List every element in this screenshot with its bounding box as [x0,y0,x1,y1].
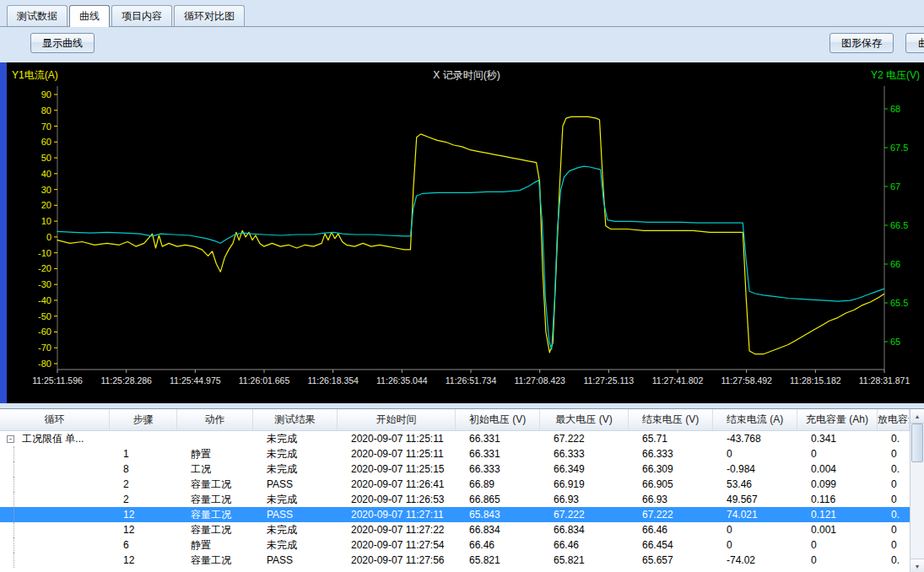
table-cell: 0.004 [797,461,878,477]
table-cell: 65.843 [456,507,540,522]
table-cell: 2020-09-07 11:27:54 [338,537,456,553]
tab-test-data[interactable]: 测试数据 [7,5,68,26]
table-cell: 0 [713,522,797,537]
column-header-7[interactable]: 最大电压 (V) [540,409,629,430]
clipped-edge-button[interactable]: 曲 [905,33,924,53]
table-cell: 66.834 [540,522,629,537]
svg-text:-10: -10 [38,248,51,258]
table-cell: 0 [878,492,910,507]
table-cell: 2020-09-07 11:27:22 [338,522,456,537]
column-header-11[interactable]: 放电容量 (Ah) [878,409,910,430]
table-cell: 66.919 [540,477,629,492]
table-cell: 2 [110,492,177,507]
tab-cycle-comparison[interactable]: 循环对比图 [174,5,245,26]
table-cell: 66.349 [540,461,629,477]
table-cell: 未完成 [253,446,338,461]
table-cell: 12 [110,553,177,568]
tab-curve[interactable]: 曲线 [69,5,110,27]
tree-collapse-icon[interactable]: - [7,435,14,443]
table-row[interactable]: 12容量工况PASS2020-09-07 11:27:1165.84367.22… [0,507,910,522]
scroll-up-button[interactable]: ▲ [910,409,924,424]
table-row[interactable]: 12容量工况PASS2020-09-07 11:27:5665.82165.82… [0,553,910,568]
tree-line [14,446,14,461]
table-cell: 0 [797,553,878,568]
scroll-down-icon: ▼ [915,564,921,569]
column-header-1[interactable]: 循环 [0,409,110,430]
table-cell: 8 [110,461,177,477]
svg-text:60: 60 [41,137,51,147]
svg-text:-80: -80 [38,359,51,369]
column-header-10[interactable]: 充电容量 (Ah) [797,409,878,430]
column-header-9[interactable]: 结束电流 (A) [713,409,797,430]
svg-text:-20: -20 [38,263,51,273]
scrollbar-thumb[interactable] [911,424,923,462]
table-cell [0,477,110,492]
table-cell: 66.331 [456,431,540,446]
table-row[interactable]: 8工况未完成2020-09-07 11:25:1566.33366.34966.… [0,461,910,477]
table-row[interactable]: 6静置未完成2020-09-07 11:27:5466.4666.4666.45… [0,537,910,553]
table-cell [0,553,110,568]
table-cell: 66.333 [540,446,629,461]
table-cell: 容量工况 [177,522,253,537]
table-cell: 66.93 [629,492,713,507]
table-cell: 66.46 [629,522,713,537]
tree-line [14,553,14,568]
column-header-2[interactable]: 步骤 [110,409,177,430]
svg-text:11:27:41.802: 11:27:41.802 [652,375,704,386]
table-cell: PASS [253,477,338,492]
svg-text:-70: -70 [38,343,51,353]
table-cell: 66.865 [456,492,540,507]
svg-text:11:25:44.975: 11:25:44.975 [170,375,221,386]
curve-chart-area[interactable]: Y1电流(A) X 记录时间(秒) Y2 电压(V) -80-70-60-50-… [7,62,924,403]
table-cell: 12 [110,507,177,522]
table-scrollbar[interactable]: ▲ ▼ [910,409,924,572]
svg-text:11:28:15.182: 11:28:15.182 [790,375,841,386]
table-cell: 0 [878,537,910,553]
svg-text:65: 65 [890,337,900,347]
tree-line [14,477,14,492]
table-row[interactable]: 12容量工况未完成2020-09-07 11:27:2266.83466.834… [0,522,910,537]
table-cell: PASS [253,507,338,522]
table-row[interactable]: -工况限值 单...未完成2020-09-07 11:25:1166.33167… [0,431,910,446]
table-row[interactable]: 2容量工况PASS2020-09-07 11:26:4166.8966.9196… [0,477,910,492]
svg-text:11:25:28.286: 11:25:28.286 [100,375,152,386]
scroll-down-button[interactable]: ▼ [910,559,924,572]
table-cell: 0.341 [797,431,878,446]
table-cell: 容量工况 [177,477,253,492]
table-cell: -工况限值 单... [0,431,110,446]
show-curve-button[interactable]: 显示曲线 [30,33,95,53]
table-cell: 12 [110,522,177,537]
table-row[interactable]: 2容量工况未完成2020-09-07 11:26:5366.86566.9366… [0,492,910,507]
table-cell: 2020-09-07 11:25:11 [338,446,456,461]
table-cell [0,522,110,537]
column-header-5[interactable]: 开始时间 [338,409,456,430]
table-cell: 66.333 [629,446,713,461]
table-cell: 0 [713,537,797,553]
svg-text:11:26:01.665: 11:26:01.665 [239,375,290,386]
tree-line [14,537,14,553]
svg-text:20: 20 [41,200,51,210]
table-cell: 66.89 [456,477,540,492]
table-cell: 未完成 [253,431,338,446]
table-cell: 67.222 [629,507,713,522]
save-graphic-button[interactable]: 图形保存 [829,33,894,53]
column-header-6[interactable]: 初始电压 (V) [456,409,540,430]
table-row[interactable]: 1静置未完成2020-09-07 11:25:1166.33166.33366.… [0,446,910,461]
table-cell: -74.02 [713,553,797,568]
table-cell [110,431,177,446]
table-cell: 53.46 [713,477,797,492]
svg-text:11:26:18.354: 11:26:18.354 [307,375,359,386]
column-header-4[interactable]: 测试结果 [253,409,338,430]
table-cell: 静置 [177,537,253,553]
column-header-3[interactable]: 动作 [177,409,253,430]
table-cell: 0.001 [797,522,878,537]
table-cell: 2020-09-07 11:25:11 [338,431,456,446]
table-cell: 67.222 [540,507,629,522]
column-header-8[interactable]: 结束电压 (V) [629,409,713,430]
svg-text:66.5: 66.5 [890,220,908,230]
chart-section: Y1电流(A) X 记录时间(秒) Y2 电压(V) -80-70-60-50-… [0,62,924,403]
left-edge-panel [0,62,7,403]
table-cell: 65.821 [456,553,540,568]
svg-text:68: 68 [890,104,900,114]
tab-project-content[interactable]: 项目内容 [111,5,172,26]
